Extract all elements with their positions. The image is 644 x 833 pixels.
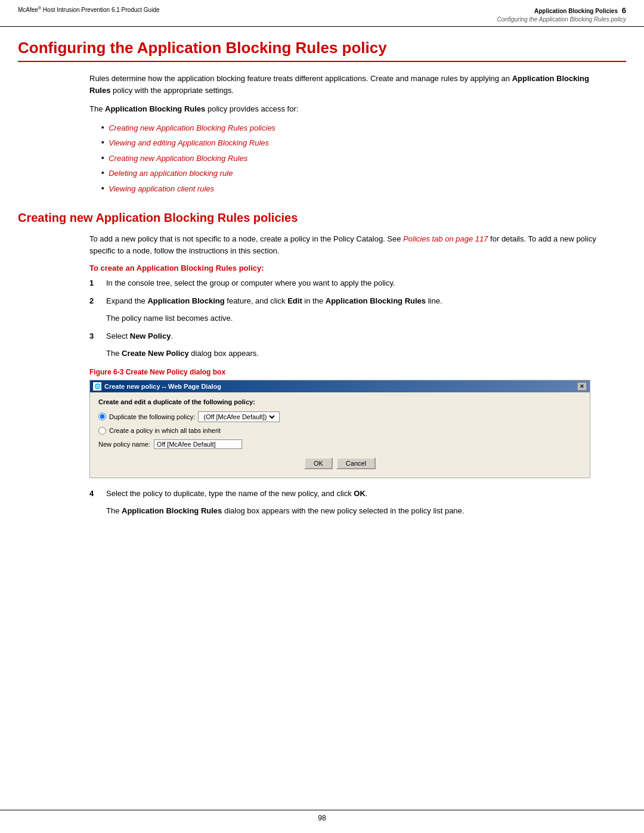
sub-title: Configuring the Application Blocking Rul… [497,16,626,23]
bold-ok: OK [354,489,366,498]
figure-caption: Figure 6-3 Create New Policy dialog box [89,368,626,376]
intro-para1: Rules determine how the application bloc… [89,73,608,96]
bold-new-policy: New Policy [130,332,171,340]
radio-row-2: Create a policy in which all tabs inheri… [98,427,581,435]
dialog-close-button[interactable]: ✕ [577,382,587,391]
policy-name-row: New policy name: [98,439,581,449]
bold-app-blocking: Application Blocking [147,296,224,305]
step-note-3: The Create New Policy dialog box appears… [106,348,608,360]
bullet-link-4[interactable]: Deleting an application blocking rule [109,168,233,179]
dialog-titlebar: 🌐 Create new policy -- Web Page Dialog ✕ [90,380,590,392]
radio-create[interactable] [98,427,106,435]
bold-edit: Edit [287,296,302,305]
step-text-1: In the console tree, select the group or… [106,277,608,289]
dialog-titlebar-left: 🌐 Create new policy -- Web Page Dialog [93,382,221,391]
page-footer: 98 [0,810,644,822]
list-item: Creating new Application Blocking Rules [101,153,608,165]
step-4: 4 Select the policy to duplicate, type t… [89,488,608,500]
step-text-2: Expand the Application Blocking feature,… [106,295,608,307]
policy-select[interactable]: (Off [McAfee Default]) [201,413,277,421]
bullet-list: Creating new Application Blocking Rules … [101,122,608,195]
chapter-number: 6 [622,6,626,15]
list-item: Viewing and editing Application Blocking… [101,137,608,149]
page-number: 98 [318,814,326,822]
step-note-2: The policy name list becomes active. [106,312,608,324]
bullet-link-5[interactable]: Viewing application client rules [109,183,214,195]
policy-dropdown: (Off [McAfee Default]) [198,411,280,422]
policy-name-input[interactable] [154,439,242,449]
dialog-screenshot: 🌐 Create new policy -- Web Page Dialog ✕… [89,380,590,478]
registered-mark: ® [38,6,41,10]
dialog-icon: 🌐 [93,382,101,391]
bullet-link-3[interactable]: Creating new Application Blocking Rules [109,153,247,165]
intro-para2: The Application Blocking Rules policy pr… [89,103,608,115]
list-item: Viewing application client rules [101,183,608,195]
policies-tab-link[interactable]: Policies tab on page 117 [403,234,488,243]
radio-duplicate[interactable] [98,413,106,420]
policy-name-label: New policy name: [98,441,150,448]
step-3: 3 Select New Policy. [89,330,608,342]
list-item: Deleting an application blocking rule [101,168,608,179]
step-num-2: 2 [89,295,101,307]
step-note-4: The Application Blocking Rules dialog bo… [106,505,608,517]
step-2: 2 Expand the Application Blocking featur… [89,295,608,307]
radio-duplicate-label: Duplicate the following policy: [109,413,195,420]
section2-heading: Creating new Application Blocking Rules … [18,211,626,225]
section-title: Application Blocking Policies [534,8,618,14]
step-text-3: Select New Policy. [106,330,608,342]
step-num-1: 1 [89,277,101,289]
step-num-3: 3 [89,330,101,342]
page-header: McAfee® Host Intrusion Prevention 6.1 Pr… [0,0,644,27]
section2-body: To add a new policy that is not specific… [89,233,608,256]
dialog-body: Create and edit a duplicate of the follo… [90,392,590,478]
steps-container: 1 In the console tree, select the group … [89,277,608,360]
dialog-buttons: OK Cancel [98,457,581,469]
bold-app-blocking-rules-3: Application Blocking Rules [326,296,426,305]
step-1: 1 In the console tree, select the group … [89,277,608,289]
bold-create-new-policy: Create New Policy [122,349,189,358]
bold-app-blocking-rules-2: Application Blocking Rules [105,104,205,113]
steps-container-2: 4 Select the policy to duplicate, type t… [89,488,608,517]
page-title: Configuring the Application Blocking Rul… [18,39,626,62]
dialog-title: Create new policy -- Web Page Dialog [104,383,221,390]
product-name: McAfee® Host Intrusion Prevention 6.1 Pr… [18,7,160,13]
step-num-4: 4 [89,488,101,500]
radio-create-label: Create a policy in which all tabs inheri… [109,427,221,434]
bold-app-blocking-rules-4: Application Blocking Rules [122,506,222,515]
header-right: Application Blocking Policies 6 Configur… [497,6,626,23]
ok-button[interactable]: OK [304,457,333,469]
dialog-main-label: Create and edit a duplicate of the follo… [98,398,581,405]
header-left: McAfee® Host Intrusion Prevention 6.1 Pr… [18,6,160,13]
step-text-4: Select the policy to duplicate, type the… [106,488,608,500]
radio-row-1: Duplicate the following policy: (Off [Mc… [98,411,581,422]
bullet-link-1[interactable]: Creating new Application Blocking Rules … [109,122,275,134]
cancel-button[interactable]: Cancel [336,457,376,469]
list-item: Creating new Application Blocking Rules … [101,122,608,134]
proc-heading: To create an Application Blocking Rules … [89,264,608,272]
main-content: Configuring the Application Blocking Rul… [0,27,644,559]
bullet-link-2[interactable]: Viewing and editing Application Blocking… [109,137,269,149]
